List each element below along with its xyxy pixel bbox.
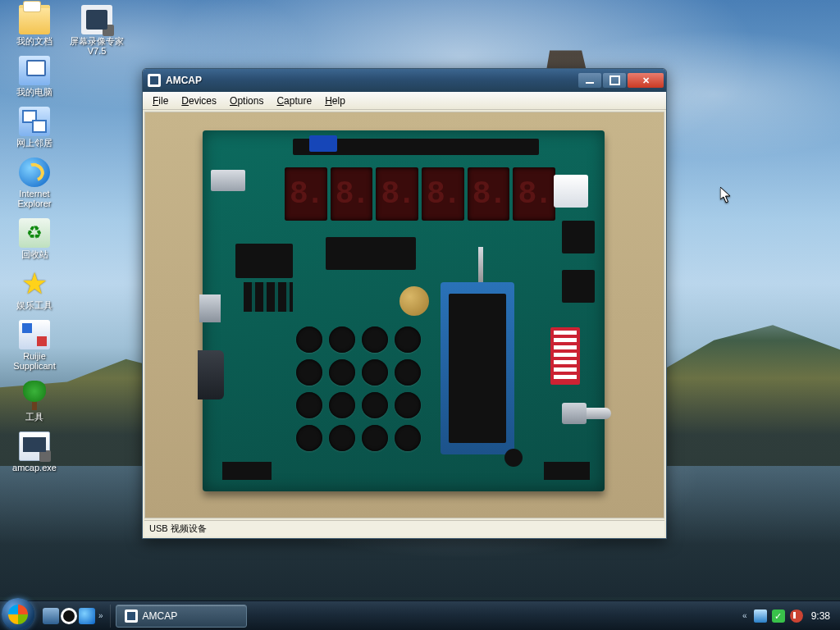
security-tray-icon[interactable]: [790, 609, 803, 623]
folder-icon: [19, 5, 50, 34]
task-label: AMCAP: [143, 610, 178, 622]
jumper-block: [309, 135, 337, 152]
seven-segment-digit: [513, 167, 555, 221]
desktop[interactable]: 我的文档 我的电脑 网上邻居 Internet Explorer 回收站 娱乐工…: [0, 0, 840, 630]
desktop-icon-network-places[interactable]: 网上邻居: [5, 105, 64, 149]
desktop-icon-tools[interactable]: 工具: [5, 379, 64, 423]
taskbar-item-amcap[interactable]: AMCAP: [116, 605, 247, 628]
ie-icon: [19, 158, 50, 187]
tactile-button: [395, 392, 421, 418]
task-app-icon: [125, 609, 138, 623]
tray-expand-icon[interactable]: «: [741, 611, 749, 620]
recycle-icon: [19, 218, 50, 248]
icon-label: Internet Explorer: [5, 189, 64, 208]
potentiometer: [562, 396, 611, 429]
app-icon: [148, 74, 161, 87]
tree-icon: [19, 381, 50, 410]
tactile-button: [296, 392, 322, 418]
desktop-icons-column-2: 屏幕录像专家 V7.5: [67, 3, 126, 64]
seven-segment-digit: [331, 167, 373, 221]
button-keypad: [293, 323, 424, 454]
computer-icon: [19, 56, 50, 85]
dip-switch: [550, 327, 580, 385]
quicklaunch-expand[interactable]: »: [97, 611, 105, 620]
ie-quicklaunch-icon[interactable]: [79, 608, 95, 624]
menu-devices[interactable]: Devices: [175, 94, 223, 108]
ic-chip: [326, 237, 416, 270]
usb-b-port: [199, 294, 221, 322]
icon-label: 屏幕录像专家 V7.5: [67, 36, 126, 56]
icon-label: 网上邻居: [5, 138, 64, 148]
desktop-icon-internet-explorer[interactable]: Internet Explorer: [5, 156, 64, 210]
start-button[interactable]: [2, 598, 34, 631]
pin-header: [562, 270, 595, 303]
taskbar-clock[interactable]: 9:38: [808, 610, 833, 622]
qq-icon[interactable]: [61, 608, 77, 624]
menu-file[interactable]: File: [146, 94, 175, 108]
desktop-icon-recycle-bin[interactable]: 回收站: [5, 217, 64, 261]
tactile-button: [329, 392, 355, 418]
maximize-button[interactable]: [603, 73, 626, 88]
desktop-icon-ruijie[interactable]: Ruijie Supplicant: [5, 318, 64, 372]
pin-header: [544, 462, 590, 480]
reset-button: [504, 449, 523, 467]
menu-capture[interactable]: Capture: [270, 94, 318, 108]
icon-label: 我的文档: [5, 36, 64, 46]
serial-port: [198, 350, 224, 399]
tactile-button: [296, 326, 322, 353]
menubar: File Devices Options Capture Help: [143, 92, 666, 110]
icon-label: 我的电脑: [5, 87, 64, 97]
ruijie-icon: [19, 320, 50, 349]
tactile-button: [395, 326, 421, 353]
menu-options[interactable]: Options: [223, 94, 270, 108]
desktop-icon-screen-recorder[interactable]: 屏幕录像专家 V7.5: [67, 3, 126, 57]
taskbar[interactable]: » AMCAP « 9:38: [0, 600, 840, 630]
icon-label: amcap.exe: [5, 463, 64, 472]
exe-icon: [19, 431, 50, 461]
titlebar[interactable]: AMCAP: [143, 69, 666, 92]
desktop-icon-entertainment[interactable]: 娱乐工具: [5, 267, 64, 312]
zif-socket: [441, 282, 514, 454]
system-tray: « 9:38: [734, 601, 840, 630]
star-icon: [19, 269, 50, 299]
tactile-button: [329, 425, 355, 451]
desktop-icon-my-computer[interactable]: 我的电脑: [5, 54, 64, 98]
desktop-icon-my-documents[interactable]: 我的文档: [5, 3, 64, 48]
ic-chip: [235, 244, 293, 278]
minimize-button[interactable]: [578, 73, 601, 88]
tactile-button: [296, 425, 322, 451]
usb-a-port: [211, 170, 245, 191]
network-icon: [19, 107, 50, 136]
status-ok-tray-icon[interactable]: [772, 609, 785, 623]
desktop-icon-amcap-exe[interactable]: amcap.exe: [5, 430, 64, 474]
amcap-window[interactable]: AMCAP File Devices Options Capture Help: [142, 68, 667, 539]
icon-label: 工具: [5, 412, 64, 422]
tactile-button: [362, 392, 388, 418]
quick-launch: »: [38, 605, 111, 628]
seven-segment-digit: [285, 167, 327, 221]
recorder-icon: [81, 5, 112, 34]
tactile-button: [296, 359, 322, 386]
tactile-button: [362, 326, 388, 353]
window-title: AMCAP: [166, 75, 578, 86]
video-preview: [144, 112, 664, 518]
tactile-button: [395, 359, 421, 386]
seven-segment-digit: [422, 167, 464, 221]
seven-segment-row: [285, 167, 555, 221]
tactile-button: [395, 425, 421, 451]
network-tray-icon[interactable]: [754, 609, 767, 623]
window-controls: [578, 73, 664, 88]
icon-label: 回收站: [5, 249, 64, 259]
pin-header: [562, 221, 595, 253]
tactile-button: [329, 326, 355, 353]
seven-segment-digit: [468, 167, 510, 221]
show-desktop-icon[interactable]: [43, 608, 59, 624]
status-text: USB 视频设备: [149, 523, 207, 535]
statusbar: USB 视频设备: [144, 520, 664, 536]
menu-help[interactable]: Help: [318, 94, 352, 108]
desktop-icons-column-1: 我的文档 我的电脑 网上邻居 Internet Explorer 回收站 娱乐工…: [5, 3, 64, 481]
close-button[interactable]: [628, 73, 664, 88]
white-component: [554, 175, 588, 208]
icon-label: 娱乐工具: [5, 300, 64, 310]
pin-header: [222, 462, 272, 480]
